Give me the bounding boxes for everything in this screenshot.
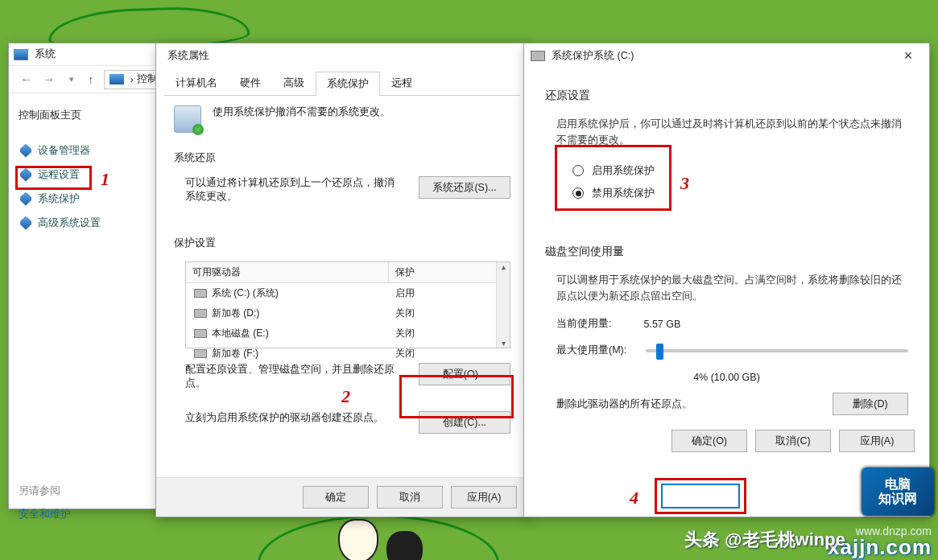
monitor-icon	[14, 49, 28, 60]
current-usage-label: 当前使用量:	[556, 317, 611, 331]
system-restore-icon	[174, 105, 201, 133]
headline-credit: 头条 @老毛桃winpe	[684, 528, 845, 552]
cancel-button[interactable]: 取消(C)	[755, 430, 831, 452]
system-protection-c-window: 系统保护系统 (C:) × 还原设置 启用系统保护后，你可以通过及时将计算机还原…	[523, 43, 930, 517]
radio-label: 禁用系统保护	[592, 186, 655, 200]
intro-text: 使用系统保护撤消不需要的系统更改。	[213, 105, 390, 119]
dialog-footer: 确定(O) 取消(C) 应用(A)	[524, 418, 929, 465]
title-bar: 系统保护系统 (C:) ×	[524, 43, 929, 68]
slider-value-text: 4% (10.00 GB)	[545, 372, 908, 383]
configure-button[interactable]: 配置(O)...	[419, 363, 510, 385]
tab-strip: 计算机名 硬件 高级 系统保护 远程	[164, 71, 520, 96]
restore-desc: 可以通过将计算机还原到上一个还原点，撤消 系统更改。	[185, 176, 395, 204]
drive-protection: 关闭	[389, 344, 510, 364]
tab-computer-name[interactable]: 计算机名	[164, 71, 229, 95]
delete-desc: 删除此驱动器的所有还原点。	[556, 397, 692, 411]
tab-hardware[interactable]: 硬件	[229, 71, 272, 95]
cancel-button[interactable]: 取消	[377, 486, 443, 509]
sidebar-home-link[interactable]: 控制面板主页	[19, 108, 144, 122]
drive-protection: 关闭	[389, 323, 510, 344]
radio-disable-protection[interactable]: 禁用系统保护	[569, 182, 908, 204]
drive-row[interactable]: 新加卷 (F:)关闭	[186, 344, 510, 364]
radio-icon	[572, 165, 584, 176]
sidebar-item-system-protection[interactable]: 系统保护	[19, 187, 144, 211]
drive-icon	[531, 51, 545, 61]
sidebar-item-remote-settings[interactable]: 远程设置	[19, 163, 144, 187]
drive-row[interactable]: 新加卷 (D:)关闭	[186, 303, 510, 323]
scrollbar[interactable]	[496, 262, 510, 348]
section-title-disk-usage: 磁盘空间使用量	[545, 245, 908, 259]
dialog-content: 还原设置 启用系统保护后，你可以通过及时将计算机还原到以前的某个状态点来撤消不需…	[524, 68, 929, 418]
apply-button[interactable]: 应用(A)	[451, 486, 517, 509]
tab-advanced[interactable]: 高级	[272, 71, 316, 95]
system-properties-window: 系统属性 计算机名 硬件 高级 系统保护 远程 使用系统保护撤消不需要的系统更改…	[155, 43, 529, 517]
drive-icon	[194, 329, 207, 338]
col-drive: 可用驱动器	[186, 262, 389, 282]
drive-icon	[194, 309, 207, 318]
see-also-section: 另请参阅 安全和维护	[19, 484, 144, 521]
see-also-label: 另请参阅	[19, 484, 144, 498]
configure-desc: 配置还原设置、管理磁盘空间，并且删除还原点。	[185, 363, 409, 390]
logo-dnzp: 电脑 知识网	[862, 467, 934, 516]
drive-row[interactable]: 本地磁盘 (E:)关闭	[186, 323, 510, 344]
create-button[interactable]: 创建(C)...	[419, 411, 510, 434]
apply-button[interactable]: 应用(A)	[839, 430, 915, 452]
drive-protection: 启用	[389, 283, 510, 303]
drive-icon	[194, 289, 207, 298]
close-icon[interactable]: ×	[894, 47, 923, 64]
system-restore-button[interactable]: 系统还原(S)...	[419, 176, 510, 199]
radio-enable-protection[interactable]: 启用系统保护	[569, 159, 908, 182]
window-title: 系统保护系统 (C:)	[552, 49, 634, 63]
drive-name: 系统 (C:) (系统)	[212, 286, 279, 300]
title-bar: 系统属性	[156, 43, 528, 68]
current-usage-value: 5.57 GB	[643, 319, 680, 330]
sidebar-item-advanced-settings[interactable]: 高级系统设置	[19, 211, 144, 235]
drive-list[interactable]: 可用驱动器 保护 系统 (C:) (系统)启用新加卷 (D:)关闭本地磁盘 (E…	[185, 261, 510, 348]
drive-list-header: 可用驱动器 保护	[186, 262, 510, 283]
col-protection: 保护	[389, 262, 510, 282]
annotation-label-3: 3	[680, 173, 689, 194]
dialog-footer: 确定 取消 应用(A)	[156, 477, 528, 517]
section-title-restore-settings: 还原设置	[545, 89, 908, 103]
slider-thumb[interactable]	[656, 344, 663, 360]
nav-back-icon[interactable]: ←	[18, 71, 35, 89]
restore-settings-desc: 启用系统保护后，你可以通过及时将计算机还原到以前的某个状态点来撤消不需要的更改。	[545, 116, 908, 148]
drive-row[interactable]: 系统 (C:) (系统)启用	[186, 283, 510, 303]
drive-name: 新加卷 (F:)	[212, 347, 258, 360]
drive-icon	[194, 349, 207, 358]
delete-button[interactable]: 删除(D)	[833, 393, 908, 415]
sidebar-item-device-manager[interactable]: 设备管理器	[19, 138, 144, 163]
drive-protection: 关闭	[389, 303, 510, 323]
section-title-system-restore: 系统还原	[174, 150, 510, 165]
tab-remote[interactable]: 远程	[380, 71, 424, 95]
window-title: 系统	[35, 47, 56, 61]
annotation-label-4: 4	[630, 488, 638, 509]
monitor-icon	[110, 74, 124, 84]
max-usage-label: 最大使用量(M):	[556, 344, 626, 357]
radio-label: 启用系统保护	[592, 163, 655, 178]
ok-button[interactable]: 确定	[303, 486, 369, 509]
section-title-protection-settings: 保护设置	[174, 236, 510, 250]
disk-usage-desc: 可以调整用于系统保护的最大磁盘空间。占满空间时，系统将删除较旧的还原点以便为新还…	[545, 272, 908, 304]
nav-history-icon[interactable]: ▾	[63, 71, 81, 89]
annotation-label-2: 2	[341, 386, 350, 407]
window-title: 系统属性	[167, 49, 209, 63]
annotation-label-1: 1	[101, 169, 110, 190]
tab-system-protection[interactable]: 系统保护	[316, 72, 380, 96]
nav-up-icon[interactable]: ↑	[88, 72, 94, 86]
create-desc: 立刻为启用系统保护的驱动器创建还原点。	[185, 411, 384, 425]
ok-button[interactable]: 确定(O)	[671, 430, 747, 452]
max-usage-slider[interactable]	[646, 349, 908, 352]
drive-name: 新加卷 (D:)	[212, 307, 259, 320]
drive-name: 本地磁盘 (E:)	[212, 327, 269, 340]
see-also-security-link[interactable]: 安全和维护	[19, 508, 144, 521]
nav-forward-icon[interactable]: →	[40, 71, 58, 89]
sidebar: 控制面板主页 设备管理器 远程设置 系统保护 高级系统设置 另请参阅 安全和维护	[9, 93, 154, 509]
radio-icon	[572, 187, 584, 199]
